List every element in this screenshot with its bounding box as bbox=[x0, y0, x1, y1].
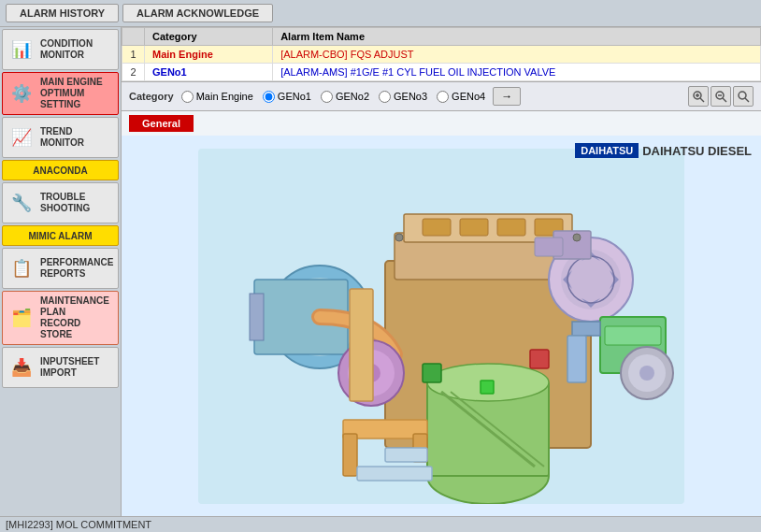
sidebar-item-trend-monitor-label: TRENDMONITOR bbox=[40, 126, 84, 149]
alarm-col-num bbox=[122, 28, 145, 46]
svg-line-5 bbox=[723, 98, 726, 102]
alarm-row-num-1: 1 bbox=[122, 46, 145, 64]
sidebar: 📊 CONDITIONMONITOR ⚙️ MAIN ENGINEOPTIMUM… bbox=[0, 27, 122, 516]
filter-bar: Category Main Engine GENo1 GENo2 GENo3 bbox=[122, 82, 761, 111]
alarm-category-2: GENo1 bbox=[145, 64, 273, 81]
svg-line-8 bbox=[745, 98, 749, 102]
general-tag: General bbox=[122, 111, 761, 136]
svg-rect-40 bbox=[530, 350, 549, 368]
filter-radio-main-engine[interactable]: Main Engine bbox=[181, 91, 253, 103]
svg-rect-50 bbox=[567, 336, 586, 382]
svg-rect-44 bbox=[385, 448, 427, 462]
radio-main-engine-label[interactable]: Main Engine bbox=[196, 91, 253, 102]
svg-line-1 bbox=[700, 98, 704, 102]
trouble-shooting-icon: 🔧 bbox=[8, 190, 35, 216]
general-tag-label: General bbox=[129, 115, 194, 132]
alarm-item-1: [ALARM-CBO] FQS ADJUST bbox=[273, 46, 761, 64]
zoom-reset-button[interactable] bbox=[733, 86, 754, 107]
svg-rect-19 bbox=[497, 219, 525, 236]
radio-geno2[interactable] bbox=[321, 91, 333, 103]
filter-arrow-button[interactable]: → bbox=[493, 87, 521, 106]
top-bar: ALARM HISTORY ALARM ACKNOWLEDGE bbox=[0, 0, 761, 27]
alarm-col-item: Alarm Item Name bbox=[273, 28, 761, 46]
alarm-col-category: Category bbox=[145, 28, 273, 46]
sidebar-item-mimic-alarm[interactable]: MIMIC ALARM bbox=[2, 225, 119, 246]
svg-rect-25 bbox=[535, 237, 563, 256]
svg-rect-27 bbox=[605, 326, 661, 345]
sidebar-item-main-engine-optimum[interactable]: ⚙️ MAIN ENGINEOPTIMUMSETTING bbox=[2, 72, 119, 115]
content-area: Category Alarm Item Name 1 Main Engine [… bbox=[122, 27, 761, 516]
filter-radio-geno1[interactable]: GENo1 bbox=[263, 91, 311, 103]
sidebar-item-trouble-shooting[interactable]: 🔧 TROUBLESHOOTING bbox=[2, 182, 119, 223]
svg-point-30 bbox=[639, 366, 654, 381]
main-layout: 📊 CONDITIONMONITOR ⚙️ MAIN ENGINEOPTIMUM… bbox=[0, 27, 761, 516]
zoom-in-icon bbox=[692, 90, 705, 103]
radio-geno3[interactable] bbox=[379, 91, 391, 103]
zoom-out-icon bbox=[714, 90, 727, 103]
svg-rect-45 bbox=[357, 467, 432, 481]
condition-monitor-icon: 📊 bbox=[8, 36, 35, 63]
sidebar-item-trend-monitor[interactable]: 📈 TRENDMONITOR bbox=[2, 117, 119, 158]
alarm-row-num-2: 2 bbox=[122, 64, 145, 81]
trend-monitor-icon: 📈 bbox=[8, 124, 35, 151]
status-bar: [MHI2293] MOL COMMITMENT bbox=[0, 516, 761, 532]
sidebar-item-condition-monitor[interactable]: 📊 CONDITIONMONITOR bbox=[2, 29, 119, 70]
sidebar-item-performance-reports[interactable]: 📋 PERFORMANCEREPORTS bbox=[2, 248, 119, 289]
svg-point-48 bbox=[395, 234, 403, 241]
svg-rect-18 bbox=[460, 219, 488, 236]
svg-rect-46 bbox=[481, 381, 494, 394]
svg-point-49 bbox=[573, 234, 581, 241]
engine-diagram bbox=[198, 149, 684, 504]
sidebar-item-inputsheet-import-label: INPUTSHEETIMPORT bbox=[40, 356, 99, 379]
maintenance-plan-icon: 🗂️ bbox=[8, 305, 35, 331]
status-text: [MHI2293] MOL COMMITMENT bbox=[6, 519, 151, 530]
alarm-history-button[interactable]: ALARM HISTORY bbox=[6, 4, 119, 22]
svg-rect-17 bbox=[423, 219, 451, 236]
filter-radio-geno4[interactable]: GENo4 bbox=[437, 91, 485, 103]
alarm-acknowledge-button[interactable]: ALARM ACKNOWLEDGE bbox=[122, 4, 273, 22]
brand-daihatsu-box: DAIHATSU bbox=[575, 143, 639, 158]
svg-rect-42 bbox=[343, 434, 357, 476]
filter-radio-group: Main Engine GENo1 GENo2 GENo3 GENo4 bbox=[181, 91, 485, 103]
sidebar-item-anaconda[interactable]: ANACONDA bbox=[2, 160, 119, 180]
performance-reports-icon: 📋 bbox=[8, 255, 35, 281]
brand-logo: DAIHATSU DAIHATSU DIESEL bbox=[575, 143, 752, 158]
alarm-category-1: Main Engine bbox=[145, 46, 273, 64]
inputsheet-import-icon: 📥 bbox=[8, 354, 35, 381]
alarm-item-2: [ALARM-AMS] #1G/E #1 CYL FUEL OIL INJECT… bbox=[273, 64, 761, 81]
sidebar-item-maintenance-plan-label: MAINTENANCEPLANRECORDSTORE bbox=[40, 295, 109, 340]
sidebar-item-performance-reports-label: PERFORMANCEREPORTS bbox=[40, 257, 113, 280]
radio-main-engine[interactable] bbox=[181, 91, 194, 103]
filter-radio-geno3[interactable]: GENo3 bbox=[379, 91, 427, 103]
sidebar-item-trouble-shooting-label: TROUBLESHOOTING bbox=[40, 192, 90, 214]
sidebar-item-condition-monitor-label: CONDITIONMONITOR bbox=[40, 38, 93, 61]
radio-geno2-label[interactable]: GENo2 bbox=[336, 91, 369, 102]
zoom-reset-icon bbox=[737, 90, 750, 103]
filter-zoom-buttons bbox=[688, 86, 754, 107]
main-engine-optimum-icon: ⚙️ bbox=[8, 80, 35, 107]
svg-rect-39 bbox=[423, 364, 441, 382]
table-row: 2 GENo1 [ALARM-AMS] #1G/E #1 CYL FUEL OI… bbox=[122, 64, 761, 81]
brand-diesel-text: DAIHATSU DIESEL bbox=[642, 144, 752, 158]
alarm-table: Category Alarm Item Name 1 Main Engine [… bbox=[122, 27, 761, 81]
zoom-in-button[interactable] bbox=[688, 86, 709, 107]
radio-geno4-label[interactable]: GENo4 bbox=[452, 91, 485, 102]
radio-geno1[interactable] bbox=[263, 91, 275, 103]
radio-geno1-label[interactable]: GENo1 bbox=[278, 91, 311, 102]
zoom-out-button[interactable] bbox=[711, 86, 731, 107]
filter-category-label: Category bbox=[129, 91, 174, 102]
alarm-table-section: Category Alarm Item Name 1 Main Engine [… bbox=[122, 27, 761, 82]
sidebar-item-inputsheet-import[interactable]: 📥 INPUTSHEETIMPORT bbox=[2, 347, 119, 388]
svg-rect-13 bbox=[250, 294, 264, 340]
sidebar-item-maintenance-plan[interactable]: 🗂️ MAINTENANCEPLANRECORDSTORE bbox=[2, 291, 119, 345]
sidebar-item-main-engine-label: MAIN ENGINEOPTIMUMSETTING bbox=[40, 77, 103, 110]
radio-geno3-label[interactable]: GENo3 bbox=[394, 91, 427, 102]
diagram-area: DAIHATSU DAIHATSU DIESEL bbox=[122, 136, 761, 516]
radio-geno4[interactable] bbox=[437, 91, 449, 103]
svg-point-7 bbox=[739, 92, 746, 99]
table-row: 1 Main Engine [ALARM-CBO] FQS ADJUST bbox=[122, 46, 761, 64]
svg-rect-47 bbox=[350, 289, 373, 401]
filter-radio-geno2[interactable]: GENo2 bbox=[321, 91, 369, 103]
